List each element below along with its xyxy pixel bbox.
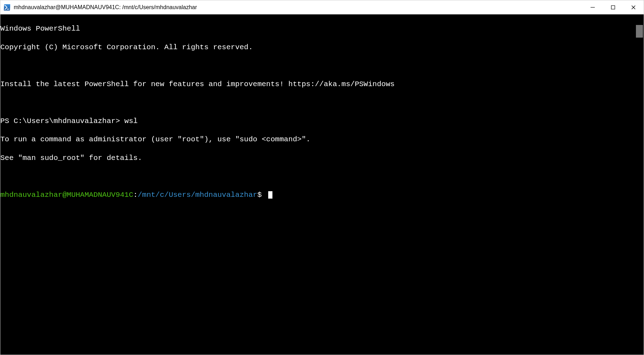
terminal-line: Install the latest PowerShell for new fe… xyxy=(0,80,644,89)
terminal-line: To run a command as administrator (user … xyxy=(0,135,644,144)
terminal-window: mhdnauvalazhar@MUHAMADNAUV941C: /mnt/c/U… xyxy=(0,0,644,355)
terminal-area[interactable]: Windows PowerShell Copyright (C) Microso… xyxy=(0,14,644,355)
ps-command: wsl xyxy=(124,117,138,125)
terminal-content: Windows PowerShell Copyright (C) Microso… xyxy=(0,14,644,218)
bash-colon: : xyxy=(133,191,138,199)
bash-userhost: mhdnauvalazhar@MUHAMADNAUV941C xyxy=(0,191,133,199)
close-button[interactable] xyxy=(623,0,644,14)
terminal-blank-line xyxy=(0,61,644,70)
bash-dollar: $ xyxy=(257,191,262,199)
ps-prompt-prefix: PS C:\Users\mhdnauvalazhar> xyxy=(0,117,124,125)
terminal-line: See "man sudo_root" for details. xyxy=(0,154,644,163)
ps-prompt-line: PS C:\Users\mhdnauvalazhar> wsl xyxy=(0,117,644,126)
minimize-button[interactable] xyxy=(582,0,603,14)
window-title: mhdnauvalazhar@MUHAMADNAUV941C: /mnt/c/U… xyxy=(14,4,197,11)
terminal-blank-line xyxy=(0,172,644,181)
bash-prompt-line: mhdnauvalazhar@MUHAMADNAUV941C:/mnt/c/Us… xyxy=(0,191,644,200)
scrollbar-thumb[interactable] xyxy=(636,25,643,38)
window-controls xyxy=(582,0,644,14)
scrollbar-track[interactable] xyxy=(635,14,644,355)
terminal-line: Copyright (C) Microsoft Corporation. All… xyxy=(0,43,644,52)
titlebar[interactable]: mhdnauvalazhar@MUHAMADNAUV941C: /mnt/c/U… xyxy=(0,0,644,14)
terminal-blank-line xyxy=(0,98,644,107)
terminal-line: Windows PowerShell xyxy=(0,24,644,33)
bash-path: /mnt/c/Users/mhdnauvalazhar xyxy=(138,191,257,199)
powershell-icon xyxy=(3,4,11,11)
titlebar-left: mhdnauvalazhar@MUHAMADNAUV941C: /mnt/c/U… xyxy=(3,4,197,11)
maximize-button[interactable] xyxy=(603,0,623,14)
svg-rect-1 xyxy=(611,6,615,9)
cursor-icon xyxy=(268,191,272,199)
